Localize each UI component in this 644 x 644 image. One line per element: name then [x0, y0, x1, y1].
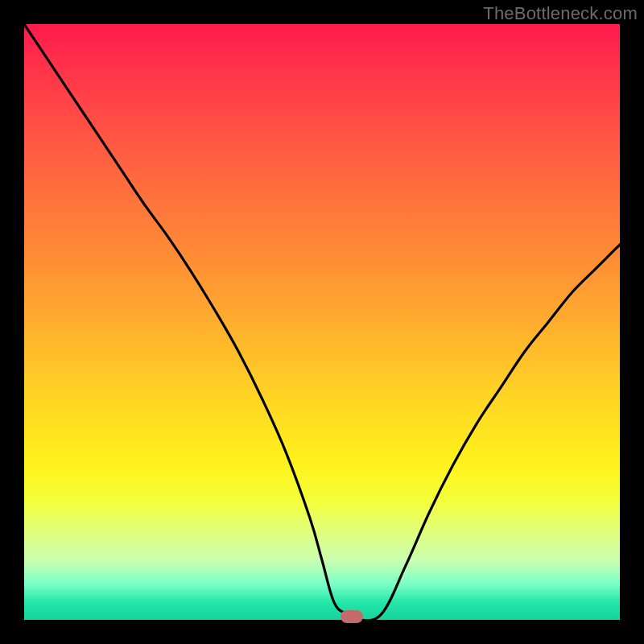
minimum-marker — [341, 610, 363, 623]
curve-path — [24, 24, 620, 621]
chart-frame: TheBottleneck.com — [0, 0, 644, 644]
watermark-text: TheBottleneck.com — [483, 3, 638, 24]
plot-area — [24, 24, 620, 620]
bottleneck-curve — [24, 24, 620, 620]
